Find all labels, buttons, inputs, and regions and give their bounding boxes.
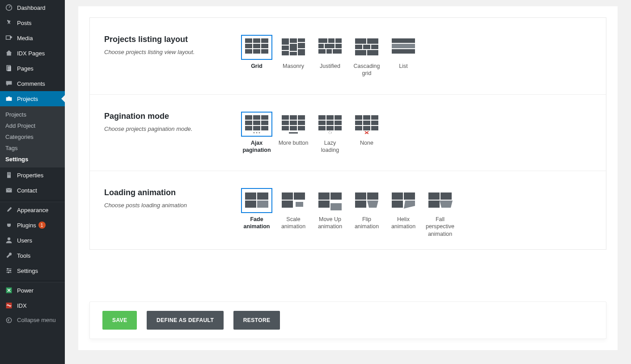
option-label: Flip animation bbox=[351, 216, 382, 230]
svg-rect-51 bbox=[367, 50, 378, 55]
svg-rect-31 bbox=[290, 44, 297, 51]
svg-rect-24 bbox=[245, 49, 252, 54]
option-label: Ajax pagination bbox=[241, 139, 272, 154]
sidebar-item-label: Settings bbox=[17, 268, 38, 274]
sidebar-item-label: Posts bbox=[17, 20, 32, 26]
sidebar-item-pages[interactable]: Pages bbox=[0, 61, 65, 76]
svg-rect-37 bbox=[328, 38, 335, 43]
option-grid[interactable]: Grid bbox=[241, 35, 272, 77]
option-more-button[interactable]: More button bbox=[278, 112, 309, 154]
sidebar-item-label: Media bbox=[17, 35, 33, 42]
setting-title: Loading animation bbox=[104, 188, 232, 197]
main-content: Projects listing layoutChoose projects l… bbox=[65, 0, 631, 364]
sidebar-item-label: Projects bbox=[17, 96, 38, 102]
svg-rect-13 bbox=[10, 270, 11, 271]
svg-rect-29 bbox=[282, 51, 289, 55]
option-masonry[interactable]: Masonry bbox=[278, 35, 309, 77]
option-justified[interactable]: Justified bbox=[314, 35, 346, 77]
option-fall-perspective-animation[interactable]: Fall perspective animation bbox=[424, 188, 456, 238]
setting-description: Choose posts loading animation bbox=[104, 202, 232, 209]
setting-row-loading-animation: Loading animationChoose posts loading an… bbox=[90, 171, 606, 249]
option-label: Cascading grid bbox=[351, 63, 382, 77]
sidebar-item-label: IDX bbox=[17, 302, 27, 309]
collapse-menu[interactable]: Collapse menu bbox=[0, 313, 65, 327]
option-scale-animation[interactable]: Scale animation bbox=[278, 188, 309, 238]
option-cascading-grid[interactable]: Cascading grid bbox=[351, 35, 382, 77]
sidebar-item-appearance[interactable]: Appearance bbox=[0, 202, 65, 218]
svg-rect-20 bbox=[261, 38, 268, 43]
option-flip-animation[interactable]: Flip animation bbox=[351, 188, 382, 238]
svg-rect-19 bbox=[253, 38, 260, 43]
option-list[interactable]: List bbox=[388, 35, 419, 77]
option-ajax-pagination[interactable]: Ajax pagination bbox=[241, 112, 272, 154]
sidebar-item-contact[interactable]: Contact bbox=[0, 183, 65, 198]
option-thumbnail bbox=[241, 112, 272, 137]
submenu-item-projects[interactable]: Projects bbox=[0, 109, 65, 120]
svg-point-17 bbox=[6, 318, 11, 322]
svg-rect-35 bbox=[298, 49, 305, 55]
settings-scroll-area[interactable]: Projects listing layoutChoose projects l… bbox=[90, 18, 606, 249]
settings-scrollbox: Projects listing layoutChoose projects l… bbox=[89, 17, 606, 250]
option-move-up-animation[interactable]: Move Up animation bbox=[314, 188, 346, 238]
option-label: Scale animation bbox=[278, 216, 309, 230]
sidebar-item-dashboard[interactable]: Dashboard bbox=[0, 0, 65, 15]
svg-rect-22 bbox=[253, 44, 260, 48]
setting-description: Choose projects listing view layout. bbox=[104, 49, 232, 55]
sidebar-item-label: Power bbox=[17, 287, 34, 294]
action-bar: SAVE DEFINE AS DEFAULT RESTORE bbox=[89, 301, 606, 339]
svg-rect-80 bbox=[318, 121, 326, 125]
svg-point-86 bbox=[329, 131, 331, 134]
svg-rect-38 bbox=[335, 38, 342, 43]
option-thumbnail bbox=[314, 35, 346, 60]
sidebar-item-posts[interactable]: Posts bbox=[0, 15, 65, 30]
svg-rect-41 bbox=[335, 44, 342, 48]
sidebar-item-tools[interactable]: Tools bbox=[0, 248, 65, 263]
option-thumbnail bbox=[241, 35, 272, 60]
svg-rect-97 bbox=[257, 192, 268, 200]
sidebar-item-label: Appearance bbox=[17, 207, 48, 213]
svg-rect-69 bbox=[298, 115, 305, 120]
option-label: Helix animation bbox=[388, 216, 419, 230]
restore-button[interactable]: RESTORE bbox=[233, 311, 280, 330]
setting-description: Choose projects pagination mode. bbox=[104, 126, 232, 132]
svg-point-2 bbox=[10, 36, 12, 38]
sidebar-item-settings[interactable]: Settings bbox=[0, 263, 65, 278]
sidebar-item-media[interactable]: Media bbox=[0, 30, 65, 46]
save-button[interactable]: SAVE bbox=[102, 311, 137, 330]
settings-panel: Projects listing layoutChoose projects l… bbox=[78, 6, 618, 350]
svg-rect-32 bbox=[290, 52, 297, 55]
submenu-item-tags[interactable]: Tags bbox=[0, 142, 65, 154]
submenu-item-categories[interactable]: Categories bbox=[0, 131, 65, 142]
option-none[interactable]: None bbox=[351, 112, 382, 154]
option-lazy-loading[interactable]: Lazy loading bbox=[314, 112, 346, 154]
sidebar-item-idx-pages[interactable]: IDX Pages bbox=[0, 46, 65, 61]
pages-icon bbox=[4, 64, 13, 72]
svg-rect-110 bbox=[355, 201, 366, 208]
svg-rect-39 bbox=[318, 44, 324, 48]
submenu-item-add-project[interactable]: Add Project bbox=[0, 120, 65, 131]
sidebar-item-power[interactable]: Power bbox=[0, 283, 65, 298]
update-badge: 1 bbox=[38, 222, 46, 229]
svg-rect-55 bbox=[245, 115, 252, 120]
svg-rect-43 bbox=[326, 49, 332, 54]
define-default-button[interactable]: DEFINE AS DEFAULT bbox=[147, 311, 224, 330]
sidebar-item-label: IDX Pages bbox=[17, 50, 45, 57]
svg-rect-98 bbox=[245, 201, 256, 208]
svg-rect-100 bbox=[282, 192, 293, 200]
submenu-item-settings[interactable]: Settings bbox=[0, 154, 65, 165]
svg-rect-62 bbox=[253, 126, 260, 130]
option-fade-animation[interactable]: Fade animation bbox=[241, 188, 272, 238]
option-helix-animation[interactable]: Helix animation bbox=[388, 188, 419, 238]
svg-rect-91 bbox=[363, 121, 370, 125]
option-thumbnail bbox=[314, 188, 346, 213]
sidebar-item-plugins[interactable]: Plugins1 bbox=[0, 218, 65, 233]
sidebar-item-comments[interactable]: Comments bbox=[0, 76, 65, 91]
sidebar-item-projects[interactable]: Projects bbox=[0, 91, 65, 106]
admin-sidebar: DashboardPostsMediaIDX PagesPagesComment… bbox=[0, 0, 65, 364]
svg-rect-99 bbox=[257, 201, 268, 208]
option-thumbnail bbox=[388, 35, 419, 60]
option-label: Fall perspective animation bbox=[424, 216, 456, 238]
sidebar-item-properties[interactable]: Properties bbox=[0, 167, 65, 183]
sidebar-item-users[interactable]: Users bbox=[0, 233, 65, 248]
sidebar-item-idx[interactable]: IDX bbox=[0, 298, 65, 313]
